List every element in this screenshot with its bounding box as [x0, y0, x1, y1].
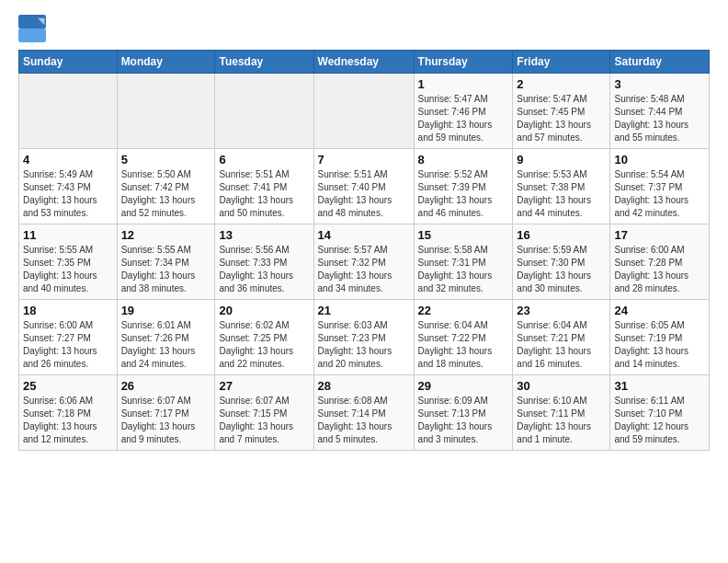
- calendar-cell: [313, 74, 414, 149]
- day-number: 23: [517, 304, 606, 317]
- week-row-3: 18Sunrise: 6:00 AM Sunset: 7:27 PM Dayli…: [19, 300, 710, 375]
- day-info: Sunrise: 6:08 AM Sunset: 7:14 PM Dayligh…: [318, 395, 410, 446]
- day-number: 7: [318, 153, 410, 167]
- calendar-cell: 5Sunrise: 5:50 AM Sunset: 7:42 PM Daylig…: [117, 149, 215, 224]
- day-number: 25: [23, 379, 113, 393]
- day-info: Sunrise: 5:48 AM Sunset: 7:44 PM Dayligh…: [614, 93, 705, 144]
- day-number: 13: [219, 228, 309, 242]
- day-info: Sunrise: 6:04 AM Sunset: 7:21 PM Dayligh…: [517, 319, 606, 371]
- day-info: Sunrise: 6:05 AM Sunset: 7:19 PM Dayligh…: [614, 319, 705, 371]
- week-row-4: 25Sunrise: 6:06 AM Sunset: 7:18 PM Dayli…: [19, 375, 710, 451]
- day-info: Sunrise: 5:56 AM Sunset: 7:33 PM Dayligh…: [219, 244, 309, 295]
- day-info: Sunrise: 6:02 AM Sunset: 7:25 PM Dayligh…: [219, 319, 309, 371]
- day-number: 19: [121, 304, 211, 317]
- calendar-cell: 9Sunrise: 5:53 AM Sunset: 7:38 PM Daylig…: [513, 149, 610, 224]
- day-number: 16: [517, 228, 606, 242]
- calendar-cell: 8Sunrise: 5:52 AM Sunset: 7:39 PM Daylig…: [414, 149, 513, 224]
- day-number: 17: [614, 228, 705, 242]
- day-info: Sunrise: 6:06 AM Sunset: 7:18 PM Dayligh…: [23, 395, 113, 446]
- day-info: Sunrise: 5:47 AM Sunset: 7:45 PM Dayligh…: [517, 93, 606, 144]
- day-info: Sunrise: 6:09 AM Sunset: 7:13 PM Dayligh…: [418, 395, 509, 446]
- day-info: Sunrise: 6:10 AM Sunset: 7:11 PM Dayligh…: [517, 395, 606, 446]
- calendar-cell: 1Sunrise: 5:47 AM Sunset: 7:46 PM Daylig…: [414, 74, 513, 149]
- day-number: 6: [219, 153, 309, 167]
- day-number: 20: [219, 304, 309, 317]
- day-info: Sunrise: 5:57 AM Sunset: 7:32 PM Dayligh…: [318, 244, 410, 295]
- day-info: Sunrise: 5:51 AM Sunset: 7:41 PM Dayligh…: [219, 168, 309, 220]
- calendar-cell: 12Sunrise: 5:55 AM Sunset: 7:34 PM Dayli…: [117, 224, 215, 300]
- svg-rect-1: [18, 29, 46, 42]
- day-header-sunday: Sunday: [19, 51, 118, 74]
- calendar-cell: 15Sunrise: 5:58 AM Sunset: 7:31 PM Dayli…: [414, 224, 513, 300]
- day-number: 14: [318, 228, 410, 242]
- calendar-cell: 16Sunrise: 5:59 AM Sunset: 7:30 PM Dayli…: [513, 224, 610, 300]
- calendar-cell: 10Sunrise: 5:54 AM Sunset: 7:37 PM Dayli…: [610, 149, 710, 224]
- calendar-cell: 27Sunrise: 6:07 AM Sunset: 7:15 PM Dayli…: [215, 375, 313, 451]
- day-info: Sunrise: 6:00 AM Sunset: 7:28 PM Dayligh…: [614, 244, 705, 295]
- day-info: Sunrise: 6:11 AM Sunset: 7:10 PM Dayligh…: [614, 395, 705, 446]
- day-number: 11: [23, 228, 113, 242]
- day-info: Sunrise: 5:51 AM Sunset: 7:40 PM Dayligh…: [318, 168, 410, 220]
- calendar-body: 1Sunrise: 5:47 AM Sunset: 7:46 PM Daylig…: [19, 74, 710, 451]
- calendar-cell: 19Sunrise: 6:01 AM Sunset: 7:26 PM Dayli…: [117, 300, 215, 375]
- calendar-header: SundayMondayTuesdayWednesdayThursdayFrid…: [19, 51, 710, 74]
- calendar-cell: 30Sunrise: 6:10 AM Sunset: 7:11 PM Dayli…: [513, 375, 610, 451]
- day-number: 8: [418, 153, 509, 167]
- calendar-cell: [19, 74, 118, 149]
- page: SundayMondayTuesdayWednesdayThursdayFrid…: [0, 0, 728, 465]
- calendar-cell: 14Sunrise: 5:57 AM Sunset: 7:32 PM Dayli…: [313, 224, 414, 300]
- day-info: Sunrise: 6:03 AM Sunset: 7:23 PM Dayligh…: [318, 319, 410, 371]
- calendar-cell: 20Sunrise: 6:02 AM Sunset: 7:25 PM Dayli…: [215, 300, 313, 375]
- day-info: Sunrise: 5:47 AM Sunset: 7:46 PM Dayligh…: [418, 93, 509, 144]
- day-header-monday: Monday: [117, 51, 215, 74]
- week-row-2: 11Sunrise: 5:55 AM Sunset: 7:35 PM Dayli…: [19, 224, 710, 300]
- day-number: 4: [23, 153, 113, 167]
- day-number: 2: [517, 77, 606, 91]
- day-header-friday: Friday: [513, 51, 610, 74]
- logo-area: [18, 15, 50, 42]
- calendar-cell: 23Sunrise: 6:04 AM Sunset: 7:21 PM Dayli…: [513, 300, 610, 375]
- day-number: 30: [517, 379, 606, 393]
- day-info: Sunrise: 6:01 AM Sunset: 7:26 PM Dayligh…: [121, 319, 211, 371]
- day-number: 24: [614, 304, 705, 317]
- day-number: 12: [121, 228, 211, 242]
- day-header-thursday: Thursday: [414, 51, 513, 74]
- week-row-1: 4Sunrise: 5:49 AM Sunset: 7:43 PM Daylig…: [19, 149, 710, 224]
- day-info: Sunrise: 6:07 AM Sunset: 7:15 PM Dayligh…: [219, 395, 309, 446]
- day-info: Sunrise: 6:00 AM Sunset: 7:27 PM Dayligh…: [23, 319, 113, 371]
- day-number: 9: [517, 153, 606, 167]
- calendar-cell: 22Sunrise: 6:04 AM Sunset: 7:22 PM Dayli…: [414, 300, 513, 375]
- day-number: 15: [418, 228, 509, 242]
- day-number: 10: [614, 153, 705, 167]
- calendar-cell: 2Sunrise: 5:47 AM Sunset: 7:45 PM Daylig…: [513, 74, 610, 149]
- day-info: Sunrise: 5:49 AM Sunset: 7:43 PM Dayligh…: [23, 168, 113, 220]
- day-info: Sunrise: 5:52 AM Sunset: 7:39 PM Dayligh…: [418, 168, 509, 220]
- day-info: Sunrise: 5:55 AM Sunset: 7:35 PM Dayligh…: [23, 244, 113, 295]
- calendar-cell: 7Sunrise: 5:51 AM Sunset: 7:40 PM Daylig…: [313, 149, 414, 224]
- calendar-cell: 17Sunrise: 6:00 AM Sunset: 7:28 PM Dayli…: [610, 224, 710, 300]
- calendar-cell: 24Sunrise: 6:05 AM Sunset: 7:19 PM Dayli…: [610, 300, 710, 375]
- day-number: 29: [418, 379, 509, 393]
- day-header-tuesday: Tuesday: [215, 51, 313, 74]
- logo-icon: [18, 15, 46, 42]
- day-header-wednesday: Wednesday: [313, 51, 414, 74]
- header-row: SundayMondayTuesdayWednesdayThursdayFrid…: [19, 51, 710, 74]
- calendar-cell: 25Sunrise: 6:06 AM Sunset: 7:18 PM Dayli…: [19, 375, 118, 451]
- day-info: Sunrise: 6:07 AM Sunset: 7:17 PM Dayligh…: [121, 395, 211, 446]
- day-number: 27: [219, 379, 309, 393]
- day-number: 5: [121, 153, 211, 167]
- day-info: Sunrise: 5:55 AM Sunset: 7:34 PM Dayligh…: [121, 244, 211, 295]
- day-info: Sunrise: 5:54 AM Sunset: 7:37 PM Dayligh…: [614, 168, 705, 220]
- calendar-table: SundayMondayTuesdayWednesdayThursdayFrid…: [18, 50, 710, 451]
- day-number: 3: [614, 77, 705, 91]
- calendar-cell: [215, 74, 313, 149]
- calendar-cell: 31Sunrise: 6:11 AM Sunset: 7:10 PM Dayli…: [610, 375, 710, 451]
- day-info: Sunrise: 6:04 AM Sunset: 7:22 PM Dayligh…: [418, 319, 509, 371]
- day-info: Sunrise: 5:59 AM Sunset: 7:30 PM Dayligh…: [517, 244, 606, 295]
- calendar-cell: 4Sunrise: 5:49 AM Sunset: 7:43 PM Daylig…: [19, 149, 118, 224]
- day-info: Sunrise: 5:53 AM Sunset: 7:38 PM Dayligh…: [517, 168, 606, 220]
- day-number: 21: [318, 304, 410, 317]
- week-row-0: 1Sunrise: 5:47 AM Sunset: 7:46 PM Daylig…: [19, 74, 710, 149]
- calendar-cell: 3Sunrise: 5:48 AM Sunset: 7:44 PM Daylig…: [610, 74, 710, 149]
- day-header-saturday: Saturday: [610, 51, 710, 74]
